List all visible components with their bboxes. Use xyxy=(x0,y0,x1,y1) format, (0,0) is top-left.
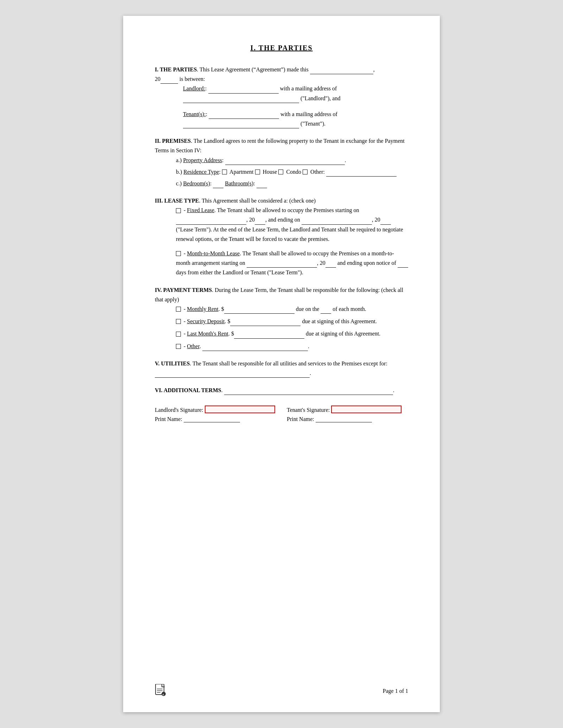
landlord-print-label: Print Name: xyxy=(155,416,184,422)
security-deposit-label: Security Deposit xyxy=(187,318,224,324)
tenant-print-line: Print Name: xyxy=(287,416,408,422)
tenant-end: ("Tenant"). xyxy=(301,121,325,127)
fixed-end-year-field[interactable] xyxy=(380,218,391,225)
landlord-label: Landlord: xyxy=(183,85,205,91)
landlord-print-name-field[interactable] xyxy=(184,416,240,422)
landlord-address-field[interactable] xyxy=(183,97,299,103)
security-deposit-checkbox[interactable] xyxy=(176,319,181,324)
page-number: Page 1 of 1 xyxy=(383,688,408,694)
tenant-label: Tenant(s): xyxy=(183,111,206,117)
section2-heading: II. PREMISES xyxy=(155,138,191,144)
fixed-lease-block: - Fixed Lease. The Tenant shall be allow… xyxy=(176,205,408,244)
tenant-mailing-text: with a mailing address of xyxy=(280,111,337,117)
other-residence-field[interactable] xyxy=(326,170,397,177)
security-deposit-amount-field[interactable] xyxy=(230,320,301,326)
fixed-start-date-field[interactable] xyxy=(176,218,246,225)
last-month-rent-amount-field[interactable] xyxy=(234,332,304,339)
section4-heading: IV. PAYMENT TERMS xyxy=(155,287,212,293)
section2-body: . The Landlord agrees to rent the follow… xyxy=(155,138,405,153)
signature-section: Landlord's Signature: Print Name: Tenant… xyxy=(155,405,408,422)
landlord-mailing-text: with a mailing address of xyxy=(280,85,337,91)
other-payment-field[interactable] xyxy=(202,345,308,351)
section1-heading: I. THE PARTIES xyxy=(155,66,197,72)
footer-logo: e xyxy=(155,684,166,698)
tenant-name-field[interactable] xyxy=(209,113,279,119)
month-start-year-field[interactable] xyxy=(325,261,336,268)
premises-item-c: c.) Bedroom(s): Bathroom(s): xyxy=(176,179,408,188)
last-month-rent-item: - Last Month's Rent. $ due at signing of… xyxy=(176,329,408,338)
house-checkbox[interactable] xyxy=(255,170,260,174)
landlord-print-line: Print Name: xyxy=(155,416,276,422)
landlord-sig-label: Landlord's Signature: xyxy=(155,407,203,413)
section-additional-terms: VI. ADDITIONAL TERMS. . xyxy=(155,385,408,395)
year-prefix: 20 xyxy=(155,76,160,82)
bedrooms-field[interactable] xyxy=(213,182,223,188)
apartment-checkbox[interactable] xyxy=(222,170,227,174)
section3-heading: III. LEASE TYPE xyxy=(155,198,199,204)
landlord-name-field[interactable] xyxy=(208,87,279,94)
bathrooms-label: Bathroom(s) xyxy=(225,180,253,186)
month-lease-checkbox[interactable] xyxy=(176,251,181,256)
section6-heading: VI. ADDITIONAL TERMS xyxy=(155,387,221,393)
fixed-lease-checkbox[interactable] xyxy=(176,208,181,213)
agreement-date-field[interactable] xyxy=(310,68,373,74)
last-month-rent-label: Last Month's Rent xyxy=(187,331,228,337)
due-day-field[interactable] xyxy=(321,307,331,314)
bedrooms-label: Bedroom(s) xyxy=(183,180,210,186)
section5-body: . The Tenant shall be responsible for al… xyxy=(190,360,387,366)
fixed-lease-label: Fixed Lease xyxy=(187,207,214,213)
tenant-block: Tenant(s):: with a mailing address of ("… xyxy=(183,109,408,128)
other-payment-label: Other xyxy=(187,343,200,349)
last-month-rent-checkbox[interactable] xyxy=(176,332,181,337)
fixed-start-year-field[interactable] xyxy=(255,218,265,225)
monthly-rent-amount-field[interactable] xyxy=(224,307,295,314)
year-field[interactable] xyxy=(160,77,178,84)
month-lease-label: Month-to-Month Lease xyxy=(187,250,240,256)
section-lease-type: III. LEASE TYPE. This Agreement shall be… xyxy=(155,196,408,277)
landlord-block: Landlord:: with a mailing address of ("L… xyxy=(183,84,408,103)
condo-checkbox[interactable] xyxy=(278,170,283,174)
other-residence-checkbox[interactable] xyxy=(303,170,308,174)
utilities-exceptions-field[interactable] xyxy=(155,371,310,378)
tenant-signature-field[interactable] xyxy=(331,405,401,413)
security-deposit-item: - Security Deposit. $ due at signing of … xyxy=(176,317,408,326)
monthly-rent-checkbox[interactable] xyxy=(176,307,181,312)
premises-item-a: a.) Property Address: . xyxy=(176,155,408,165)
landlord-signature-block: Landlord's Signature: Print Name: xyxy=(155,405,276,422)
month-start-date-field[interactable] xyxy=(247,261,317,268)
section3-body: . This Agreement shall be considered a: … xyxy=(199,198,316,204)
bathrooms-field[interactable] xyxy=(257,182,267,188)
notice-days-field[interactable] xyxy=(398,261,408,268)
monthly-rent-item: - Monthly Rent. $ due on the of each mon… xyxy=(176,304,408,314)
document-footer: e Page 1 of 1 xyxy=(155,684,408,698)
section5-heading: V. UTILITIES xyxy=(155,360,190,366)
document-icon: e xyxy=(155,684,166,697)
monthly-rent-label: Monthly Rent xyxy=(187,306,218,312)
landlord-sig-line: Landlord's Signature: xyxy=(155,405,276,413)
document-title: I. THE PARTIES xyxy=(155,44,408,52)
landlord-end: ("Landlord"), and xyxy=(301,95,340,101)
additional-terms-field[interactable] xyxy=(224,389,393,395)
tenant-print-label: Print Name: xyxy=(287,416,316,422)
is-between: is between: xyxy=(179,76,205,82)
section1-intro: . This Lease Agreement (“Agreement”) mad… xyxy=(197,66,308,72)
svg-text:e: e xyxy=(163,692,164,696)
property-address-field[interactable] xyxy=(225,159,345,165)
section-utilities: V. UTILITIES. The Tenant shall be respon… xyxy=(155,359,408,378)
other-payment-item: - Other. . xyxy=(176,341,408,351)
tenant-print-name-field[interactable] xyxy=(316,416,372,422)
month-to-month-block: - Month-to-Month Lease. The Tenant shall… xyxy=(176,249,408,277)
tenant-signature-block: Tenant's Signature: Print Name: xyxy=(287,405,408,422)
tenant-address-field[interactable] xyxy=(183,122,299,128)
premises-item-b: b.) Residence Type: Apartment House Cond… xyxy=(176,167,408,177)
section-payment-terms: IV. PAYMENT TERMS. During the Lease Term… xyxy=(155,285,408,351)
residence-type-label: Residence Type xyxy=(183,169,219,175)
section-premises: II. PREMISES. The Landlord agrees to ren… xyxy=(155,136,408,188)
landlord-signature-field[interactable] xyxy=(205,405,275,413)
property-address-label: Property Address xyxy=(183,157,222,163)
document-page: I. THE PARTIES I. THE PARTIES. This Leas… xyxy=(123,16,440,712)
other-payment-checkbox[interactable] xyxy=(176,344,181,349)
section-parties: I. THE PARTIES. This Lease Agreement (“A… xyxy=(155,65,408,128)
fixed-end-date-field[interactable] xyxy=(302,218,372,225)
tenant-sig-line: Tenant's Signature: xyxy=(287,405,408,413)
